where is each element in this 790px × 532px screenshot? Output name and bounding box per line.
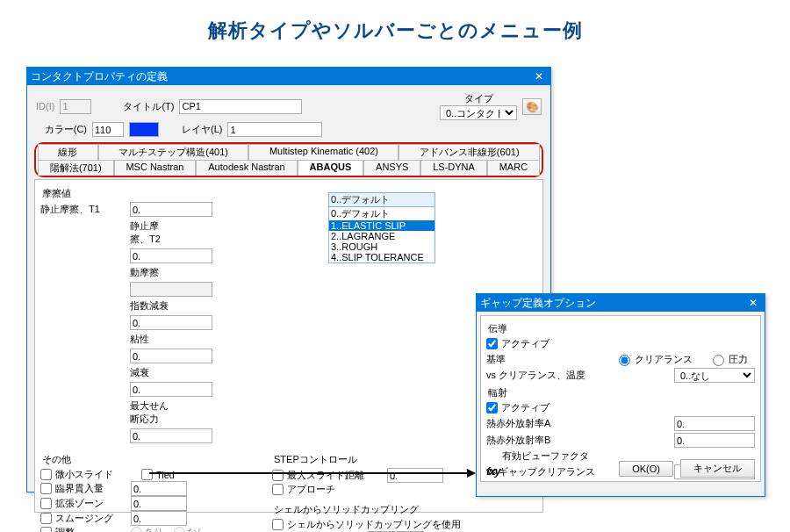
tab-ansys[interactable]: ANSYS (363, 160, 420, 176)
pressure-radio[interactable] (713, 355, 724, 366)
adjust-yes-radio (131, 527, 142, 532)
contact-property-dialog: コンタクトプロパティの定義 ✕ ID(I) タイトル(T) タイプ 0..コンタ… (26, 67, 551, 492)
kinetic-field (130, 282, 212, 297)
type-label: タイプ (440, 92, 517, 105)
layer-label: レイヤ(L) (182, 123, 222, 136)
other-section-label: その他 (42, 453, 260, 466)
tab-marc[interactable]: MARC (487, 160, 540, 176)
small-slide-label: 微小スライド (55, 468, 113, 481)
color-label: カラー(C) (36, 123, 87, 136)
tab-autodesk-nastran[interactable]: Autodesk Nastran (196, 160, 297, 176)
tab-explicit-701[interactable]: 陽解法(701) (38, 160, 114, 176)
kinetic-label: 動摩擦 (130, 266, 174, 279)
tied-check[interactable] (141, 469, 153, 480)
smoothing-label: スムージング (55, 512, 127, 525)
friction-opt-0[interactable]: 0..デフォルト (329, 207, 434, 220)
title-field[interactable] (179, 99, 302, 114)
clearance-radio-label: クリアランス (635, 353, 693, 366)
palette-icon[interactable]: 🎨 (522, 98, 542, 115)
max-slide-dist-label: 最大スライド距離 (287, 469, 384, 482)
gap-option-dialog: ギャップ定義オプション ✕ 伝導 アクティブ 基準 クリアランス 圧力 vs ク… (476, 293, 765, 497)
tab-abaqus[interactable]: ABAQUS (298, 160, 364, 176)
friction-type-dropdown[interactable]: 0..デフォルト 0..デフォルト 1..ELASTIC SLIP 2..LAG… (328, 192, 435, 263)
tied-label: Tied (156, 470, 175, 480)
id-label: ID(I) (36, 101, 54, 111)
page-heading: 解析タイプやソルバーごとのメニュー例 (0, 0, 790, 56)
adjust-check[interactable] (40, 527, 52, 532)
adjust-yes-label: あり (144, 526, 163, 532)
shell-coupling-check[interactable] (272, 519, 284, 530)
emissB-field[interactable] (674, 433, 755, 448)
tab-multistep-401[interactable]: マルチステップ構造(401) (98, 144, 249, 160)
approach-check[interactable] (272, 484, 284, 495)
exp-decay-label: 指数減衰 (130, 299, 174, 313)
clearance-radio[interactable] (619, 355, 630, 366)
pressure-radio-label: 圧力 (729, 353, 748, 366)
ext-zone-check[interactable] (40, 498, 52, 509)
ext-zone-field[interactable] (131, 496, 187, 511)
conduction-section: 伝導 (488, 322, 755, 335)
radiation-active-check[interactable] (486, 402, 498, 413)
static-t2-field[interactable] (130, 248, 212, 263)
conduction-active-label: アクティブ (501, 337, 549, 350)
smoothing-field[interactable] (131, 511, 187, 526)
main-title: コンタクトプロパティの定義 (31, 68, 168, 85)
color-swatch[interactable] (129, 122, 159, 137)
tab-ls-dyna[interactable]: LS-DYNA (420, 160, 487, 176)
color-field[interactable] (92, 122, 124, 137)
title-label: タイトル(T) (123, 100, 174, 113)
adjust-no-radio (174, 527, 185, 532)
main-titlebar: コンタクトプロパティの定義 ✕ (27, 68, 550, 85)
penetration-field[interactable] (131, 481, 187, 496)
friction-opt-1[interactable]: 1..ELASTIC SLIP (329, 220, 434, 231)
exp-decay-field[interactable] (130, 315, 212, 330)
radiation-section: 輻射 (488, 386, 755, 399)
tab-msc-nastran[interactable]: MSC Nastran (114, 160, 197, 176)
friction-opt-2[interactable]: 2..LAGRANGE (329, 231, 434, 241)
arrow-icon (149, 472, 474, 474)
close-icon[interactable]: ✕ (531, 68, 547, 85)
friction-type-selected[interactable]: 0..デフォルト (329, 193, 434, 207)
cancel-button[interactable]: キャンセル (680, 459, 755, 478)
layer-field[interactable] (227, 122, 322, 137)
sub-title: ギャップ定義オプション (480, 294, 596, 312)
max-shear-field[interactable] (130, 428, 212, 443)
conduction-active-check[interactable] (486, 338, 498, 349)
vs-clearance-temp-label: vs クリアランス、温度 (486, 369, 585, 382)
type-select[interactable]: 0..コンタクト (440, 105, 517, 120)
max-shear-label: 最大せん断応力 (130, 399, 174, 426)
basis-label: 基準 (486, 353, 506, 366)
damp-field[interactable] (130, 382, 212, 397)
emissB-label: 熱赤外放射率B (486, 434, 550, 447)
static-t2-label: 静止摩擦、T2 (130, 219, 174, 246)
tab-multistep-402[interactable]: Multistep Kinematic (402) (248, 144, 399, 160)
ok-button[interactable]: OK(O) (619, 461, 673, 477)
penetration-check[interactable] (40, 483, 52, 494)
vs-clearance-temp-select[interactable]: 0..なし (674, 368, 755, 383)
friction-section-label: 摩擦値 (42, 187, 537, 200)
friction-opt-3[interactable]: 3..ROUGH (329, 241, 434, 252)
solver-tabs-highlight: 線形 マルチステップ構造(401) Multistep Kinematic (4… (34, 142, 543, 177)
visco-label: 粘性 (130, 333, 174, 346)
emissA-label: 熱赤外放射率A (486, 417, 550, 430)
approach-label: アプローチ (287, 483, 335, 496)
adjust-label: 調整 (55, 526, 127, 532)
visco-field[interactable] (130, 349, 212, 363)
tab-linear[interactable]: 線形 (38, 144, 98, 160)
id-field (60, 99, 91, 114)
friction-opt-4[interactable]: 4..SLIP TOLERANCE (329, 252, 434, 262)
max-slide-dist-field[interactable] (387, 468, 443, 483)
shell-coupling-label: シェルからソリッドカップリングを使用 (287, 518, 461, 531)
sub-titlebar: ギャップ定義オプション ✕ (477, 294, 765, 312)
max-slide-dist-check[interactable] (272, 470, 284, 481)
damp-label: 減衰 (130, 366, 174, 379)
sub-close-icon[interactable]: ✕ (745, 294, 761, 312)
adjust-no-label: なし (187, 526, 206, 532)
emissA-field[interactable] (674, 416, 755, 431)
ext-zone-label: 拡張ゾーン (55, 497, 127, 510)
small-slide-check[interactable] (40, 469, 52, 480)
smoothing-check[interactable] (40, 513, 52, 524)
static-t1-field[interactable] (130, 202, 212, 217)
shell-section-label: シェルからソリッドカップリング (274, 503, 537, 516)
tab-adv-nonlinear-601[interactable]: アドバンス非線形(601) (399, 144, 540, 160)
